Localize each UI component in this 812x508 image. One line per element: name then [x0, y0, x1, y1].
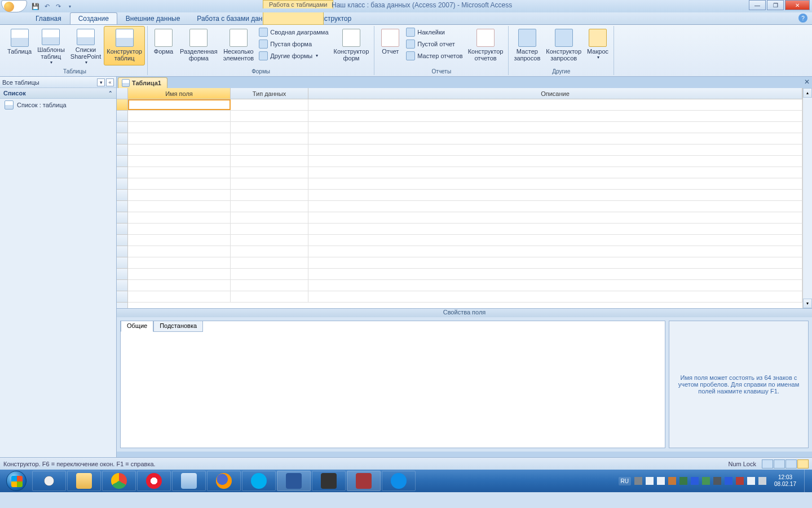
- field-name-cell[interactable]: [128, 167, 231, 178]
- qat-customize[interactable]: [64, 1, 74, 11]
- restore-button[interactable]: ❐: [767, 0, 784, 10]
- data-type-cell[interactable]: [231, 246, 308, 257]
- document-close-button[interactable]: ✕: [804, 78, 810, 86]
- data-type-cell[interactable]: [231, 144, 308, 155]
- language-indicator[interactable]: RU: [619, 477, 631, 485]
- description-cell[interactable]: [308, 291, 802, 302]
- tab-home[interactable]: Главная: [27, 12, 70, 24]
- data-type-cell[interactable]: [231, 111, 308, 121]
- row-selector[interactable]: [117, 99, 127, 111]
- field-name-cell[interactable]: [128, 190, 231, 200]
- split-form-button[interactable]: Разделенная форма: [177, 26, 220, 65]
- row-selector[interactable]: [117, 178, 127, 190]
- tab-external-data[interactable]: Внешние данные: [117, 12, 189, 24]
- field-name-cell[interactable]: [128, 144, 231, 155]
- taskbar-word[interactable]: [277, 471, 311, 491]
- field-name-cell[interactable]: [128, 212, 231, 223]
- data-type-cell[interactable]: [231, 201, 308, 212]
- bluetooth-icon[interactable]: [725, 477, 732, 485]
- macro-button[interactable]: Макрос: [584, 26, 611, 65]
- row-selector[interactable]: [117, 280, 127, 291]
- description-cell[interactable]: [308, 99, 802, 110]
- row-selector[interactable]: [117, 291, 127, 303]
- blank-report-button[interactable]: Пустой отчет: [404, 38, 465, 50]
- labels-button[interactable]: Наклейки: [404, 26, 465, 38]
- clock[interactable]: 12:03 08.02.17: [770, 474, 801, 488]
- data-type-cell[interactable]: [231, 212, 308, 223]
- data-type-cell[interactable]: [231, 133, 308, 144]
- description-cell[interactable]: [308, 280, 802, 291]
- description-cell[interactable]: [308, 257, 802, 268]
- row-selector[interactable]: [117, 144, 127, 156]
- description-cell[interactable]: [308, 224, 802, 234]
- document-tab[interactable]: Таблица1: [118, 77, 167, 88]
- show-desktop-button[interactable]: [804, 470, 809, 492]
- data-type-cell[interactable]: [231, 291, 308, 302]
- pivot-table-view-button[interactable]: [774, 459, 785, 468]
- description-cell[interactable]: [308, 269, 802, 279]
- data-type-cell[interactable]: [231, 235, 308, 246]
- description-cell[interactable]: [308, 201, 802, 212]
- blank-form-button[interactable]: Пустая форма: [257, 38, 330, 50]
- row-selector[interactable]: [117, 246, 127, 257]
- field-name-cell[interactable]: [128, 156, 231, 167]
- col-description[interactable]: Описание: [308, 88, 802, 99]
- taskbar-access[interactable]: [347, 471, 381, 491]
- data-type-cell[interactable]: [231, 269, 308, 279]
- description-cell[interactable]: [308, 235, 802, 246]
- tab-create[interactable]: Создание: [70, 12, 117, 24]
- redo-icon[interactable]: ↷: [53, 1, 63, 11]
- tray-flag-icon[interactable]: [657, 477, 665, 485]
- tray-icon[interactable]: [679, 477, 687, 485]
- description-cell[interactable]: [308, 167, 802, 178]
- row-selector[interactable]: [117, 111, 127, 122]
- field-name-cell[interactable]: [128, 111, 231, 121]
- field-name-cell[interactable]: [128, 224, 231, 234]
- col-field-name[interactable]: Имя поля: [128, 88, 231, 99]
- office-button[interactable]: [1, 0, 27, 12]
- tray-icon[interactable]: [634, 477, 642, 485]
- field-name-cell[interactable]: [128, 201, 231, 212]
- description-cell[interactable]: [308, 212, 802, 223]
- report-designer-button[interactable]: Конструктор отчетов: [465, 26, 506, 65]
- field-name-cell[interactable]: [128, 178, 231, 189]
- taskbar-skype[interactable]: [242, 471, 276, 491]
- tab-lookup[interactable]: Подстановка: [153, 321, 203, 332]
- description-cell[interactable]: [308, 133, 802, 144]
- row-selector[interactable]: [117, 235, 127, 246]
- row-selector[interactable]: [117, 201, 127, 212]
- row-selector[interactable]: [117, 133, 127, 144]
- description-cell[interactable]: [308, 111, 802, 121]
- navpane-collapse-icon[interactable]: «: [106, 78, 114, 86]
- navpane-group-header[interactable]: Список ⌃: [0, 88, 116, 99]
- scroll-down-button[interactable]: ▾: [803, 299, 812, 308]
- data-type-cell[interactable]: [231, 178, 308, 189]
- row-selector[interactable]: [117, 122, 127, 133]
- data-type-cell[interactable]: [231, 224, 308, 234]
- description-cell[interactable]: [308, 190, 802, 200]
- tray-icon[interactable]: [702, 477, 710, 485]
- start-button[interactable]: [1, 470, 32, 492]
- data-type-cell[interactable]: [231, 167, 308, 178]
- field-name-cell[interactable]: [128, 291, 231, 302]
- vertical-scrollbar[interactable]: ▴ ▾: [802, 88, 812, 308]
- taskbar-firefox[interactable]: [207, 471, 241, 491]
- description-cell[interactable]: [308, 144, 802, 155]
- description-cell[interactable]: [308, 246, 802, 257]
- tray-icon[interactable]: [736, 477, 744, 485]
- field-name-cell[interactable]: [128, 122, 231, 133]
- volume-icon[interactable]: [747, 477, 755, 485]
- row-selector[interactable]: [117, 167, 127, 178]
- tab-general[interactable]: Общие: [121, 321, 153, 332]
- row-selector[interactable]: [117, 224, 127, 235]
- data-type-cell[interactable]: [231, 156, 308, 167]
- help-button[interactable]: ?: [798, 14, 807, 23]
- form-button[interactable]: Форма: [150, 26, 177, 65]
- col-data-type[interactable]: Тип данных: [231, 88, 308, 99]
- field-name-cell[interactable]: [128, 133, 231, 144]
- data-type-cell[interactable]: [231, 99, 308, 110]
- tray-icon[interactable]: [668, 477, 676, 485]
- datasheet-view-button[interactable]: [762, 459, 773, 468]
- field-name-cell[interactable]: [128, 280, 231, 291]
- taskbar-chrome[interactable]: [102, 471, 136, 491]
